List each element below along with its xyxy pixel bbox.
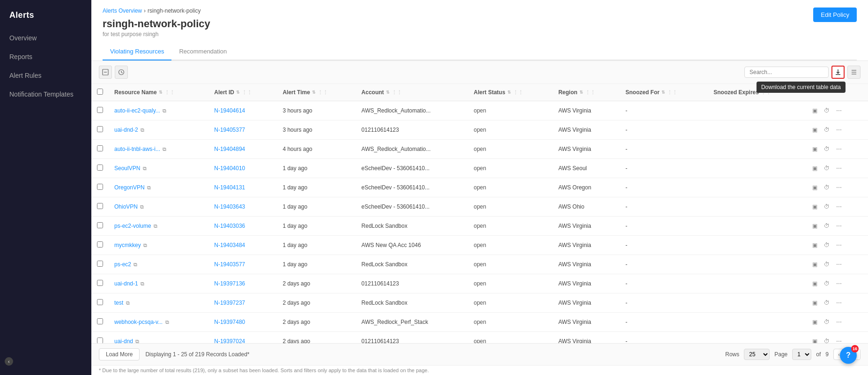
sidebar-item-reports[interactable]: Reports [0,47,91,66]
drag-handle-resource-name[interactable]: ⋮⋮ [164,90,175,96]
row-more-button[interactable]: ⋯ [834,182,844,193]
snooze-button[interactable] [115,66,128,79]
row-checkbox[interactable] [97,241,103,248]
row-checkbox[interactable] [97,261,103,267]
resource-name-link[interactable]: SeoulVPN [114,165,140,172]
resource-name-link[interactable]: mycmkkey [114,242,141,248]
resource-name-link[interactable]: ps-ec2-volume [114,223,151,229]
row-checkbox[interactable] [97,280,103,286]
tab-violating-resources[interactable]: Violating Resources [103,43,171,60]
row-checkbox[interactable] [97,184,103,190]
row-dismiss-button[interactable]: ▣ [809,182,820,193]
drag-handle-alert-id[interactable]: ⋮⋮ [242,90,252,96]
external-link-icon[interactable]: ⧉ [135,338,139,343]
sort-icon-alert-time[interactable]: ⇅ [312,90,316,95]
row-more-button[interactable]: ⋯ [834,163,844,173]
help-button[interactable]: ? 16 [840,347,857,364]
search-input[interactable] [744,67,829,78]
drag-handle-alert-time[interactable]: ⋮⋮ [318,90,328,96]
row-dismiss-button[interactable]: ▣ [809,240,820,250]
external-link-icon[interactable]: ⧉ [141,281,144,286]
row-snooze-button[interactable]: ⏱ [822,298,832,308]
resource-name-link[interactable]: test [114,300,123,306]
row-snooze-button[interactable]: ⏱ [822,182,832,193]
sort-icon-alert-status[interactable]: ⇅ [507,90,511,95]
load-more-button[interactable]: Load More [99,348,140,360]
row-more-button[interactable]: ⋯ [834,105,844,116]
row-dismiss-button[interactable]: ▣ [809,317,820,327]
row-dismiss-button[interactable]: ▣ [809,298,820,308]
row-more-button[interactable]: ⋯ [834,278,844,289]
row-more-button[interactable]: ⋯ [834,221,844,231]
row-dismiss-button[interactable]: ▣ [809,259,820,270]
external-link-icon[interactable]: ⧉ [134,262,137,267]
resource-name-link[interactable]: OregonVPN [114,184,145,191]
rows-per-page-select[interactable]: 25 50 100 [744,349,770,360]
row-snooze-button[interactable]: ⏱ [822,259,832,270]
external-link-icon[interactable]: ⧉ [154,223,157,229]
resource-name-link[interactable]: auto-ii-ec2-qualy... [114,107,160,114]
alert-id-link[interactable]: N-19397024 [214,338,245,343]
columns-button[interactable] [847,66,861,79]
row-snooze-button[interactable]: ⏱ [822,278,832,289]
drag-handle-alert-status[interactable]: ⋮⋮ [513,90,523,96]
alert-id-link[interactable]: N-19403577 [214,261,245,268]
row-more-button[interactable]: ⋯ [834,144,844,154]
row-checkbox[interactable] [97,165,103,171]
sidebar-item-alert-rules[interactable]: Alert Rules [0,66,91,85]
row-dismiss-button[interactable]: ▣ [809,278,820,289]
sort-icon-region[interactable]: ⇅ [579,90,583,95]
drag-handle-snoozed-for[interactable]: ⋮⋮ [667,90,677,96]
row-more-button[interactable]: ⋯ [834,259,844,270]
row-more-button[interactable]: ⋯ [834,336,844,343]
resource-name-link[interactable]: OhioVPN [114,203,138,210]
sort-icon-alert-id[interactable]: ⇅ [236,90,240,95]
alert-id-link[interactable]: N-19397237 [214,300,245,306]
row-checkbox[interactable] [97,222,103,228]
drag-handle-account[interactable]: ⋮⋮ [392,90,402,96]
resource-name-link[interactable]: uai-dnd-1 [114,280,138,287]
row-checkbox[interactable] [97,126,103,132]
row-dismiss-button[interactable]: ▣ [809,125,820,135]
row-snooze-button[interactable]: ⏱ [822,202,832,212]
external-link-icon[interactable]: ⧉ [141,127,144,133]
row-checkbox[interactable] [97,338,103,343]
external-link-icon[interactable]: ⧉ [143,242,147,248]
select-all-checkbox[interactable] [97,89,103,95]
row-snooze-button[interactable]: ⏱ [822,125,832,135]
sidebar-collapse-button[interactable]: ‹ [5,357,13,366]
row-snooze-button[interactable]: ⏱ [822,105,832,116]
alert-id-link[interactable]: N-19404894 [214,146,245,152]
row-more-button[interactable]: ⋯ [834,202,844,212]
page-select[interactable]: 1 2 3 [792,349,811,360]
resource-name-link[interactable]: webhook-pcsqa-v... [114,319,163,325]
row-checkbox[interactable] [97,318,103,324]
row-checkbox[interactable] [97,203,103,209]
row-dismiss-button[interactable]: ▣ [809,336,820,343]
download-button[interactable] [831,66,845,79]
external-link-icon[interactable]: ⧉ [143,165,147,171]
alert-id-link[interactable]: N-19403643 [214,203,245,210]
drag-handle-region[interactable]: ⋮⋮ [585,90,595,96]
row-dismiss-button[interactable]: ▣ [809,202,820,212]
row-more-button[interactable]: ⋯ [834,298,844,308]
row-checkbox[interactable] [97,145,103,151]
alert-id-link[interactable]: N-19403484 [214,242,245,248]
row-snooze-button[interactable]: ⏱ [822,221,832,231]
external-link-icon[interactable]: ⧉ [126,300,130,306]
resource-name-link[interactable]: uai-dnd [114,338,133,343]
row-snooze-button[interactable]: ⏱ [822,144,832,154]
sort-icon-account[interactable]: ⇅ [386,90,390,95]
drag-handle-snoozed-expires[interactable]: ⋮⋮ [761,90,771,96]
external-link-icon[interactable]: ⧉ [147,185,151,190]
external-link-icon[interactable]: ⧉ [163,108,166,113]
row-dismiss-button[interactable]: ▣ [809,105,820,116]
row-more-button[interactable]: ⋯ [834,240,844,250]
resource-name-link[interactable]: ps-ec2 [114,261,131,268]
sidebar-item-overview[interactable]: Overview [0,29,91,47]
row-dismiss-button[interactable]: ▣ [809,163,820,173]
dismiss-button[interactable] [99,66,112,79]
breadcrumb-link[interactable]: Alerts Overview [103,8,142,14]
row-more-button[interactable]: ⋯ [834,317,844,327]
sort-icon-snoozed-for[interactable]: ⇅ [661,90,665,95]
